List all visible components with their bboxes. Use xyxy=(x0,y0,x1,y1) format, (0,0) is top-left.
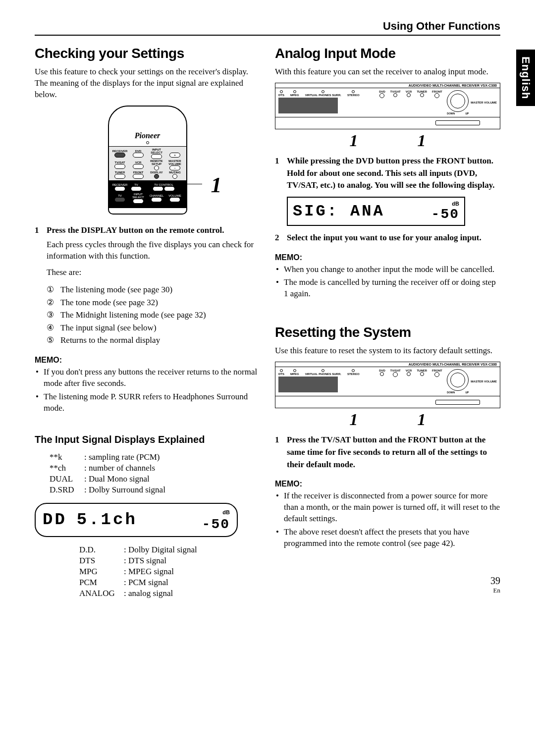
memo-label-analog: MEMO: xyxy=(275,253,500,262)
remote-label-dvd: DVD xyxy=(135,150,142,153)
left-column: Checking your Settings Use this feature … xyxy=(35,46,260,599)
memo-list-analog: When you change to another input the mod… xyxy=(275,264,500,300)
page-number: 39 En xyxy=(490,575,500,594)
receiver-callouts-reset: 1 1 xyxy=(275,410,500,429)
remote-brand: Pioneer xyxy=(109,131,186,140)
remote-label-tv-control: TV CONTROL xyxy=(154,183,173,186)
remote-label-front: FRONT xyxy=(133,171,144,174)
memo-label-reset: MEMO: xyxy=(275,480,500,488)
remote-label-receiver: RECEIVER xyxy=(112,150,128,153)
remote-label-receiver2: RECEIVER xyxy=(112,183,128,186)
remote-callout-1: 1 xyxy=(211,172,222,198)
remote-label-tv: TV xyxy=(134,183,138,186)
display-box: DD 5.1ch dB -50 xyxy=(35,503,238,537)
remote-label-remote-setup: REMOTE SETUP xyxy=(150,160,163,165)
remote-label-tuner: TUNER xyxy=(115,171,125,174)
remote-label-display: DISPLAY xyxy=(150,171,162,174)
page-header: Using Other Functions xyxy=(35,20,500,36)
memo-label-checking: MEMO: xyxy=(35,356,260,365)
step-1-checking: 1 Press the DISPLAY button on the remote… xyxy=(35,224,260,237)
section-title-reset: Resetting the System xyxy=(275,324,500,340)
remote-label-channel: CHANNEL xyxy=(150,194,164,197)
receiver-figure-analog: AUDIO/VIDEO MULTI-CHANNEL RECEIVER VSX-C… xyxy=(275,83,500,129)
language-tab: English xyxy=(516,50,535,106)
step-1-body: Each press cycles through the five displ… xyxy=(47,239,260,262)
remote-label-vcr: VCR xyxy=(135,161,142,164)
intro-checking: Use this feature to check your settings … xyxy=(35,66,260,101)
remote-label-tvsat: TV/SAT xyxy=(115,161,125,164)
receiver-callouts-analog: 1 1 xyxy=(275,131,500,150)
remote-figure: Pioneer RECEIVER DVD INPUT SELECT ＋ TV/S… xyxy=(98,106,197,215)
step-1-analog: 1 While pressing the DVD button press th… xyxy=(275,155,500,192)
subheading-input-signal: The Input Signal Displays Explained xyxy=(35,434,260,445)
intro-reset: Use this feature to reset the system to … xyxy=(275,345,500,357)
intro-analog: With this feature you can set the receiv… xyxy=(275,66,500,78)
right-column: Analog Input Mode With this feature you … xyxy=(275,46,500,599)
step-1-lead: These are: xyxy=(47,267,260,278)
sig-display: SIG: ANA dB -50 xyxy=(287,197,465,226)
memo-list-reset: If the receiver is disconnected from a p… xyxy=(275,490,500,549)
section-title-checking: Checking your Settings xyxy=(35,46,260,61)
display-cycle-list: ①The listening mode (see page 30) ②The t… xyxy=(47,283,260,347)
remote-label-input-select2: INPUT SELECT xyxy=(132,193,144,199)
step-1-reset: 1 Press the TV/SAT button and the FRONT … xyxy=(275,434,500,471)
remote-label-tv2: TV xyxy=(118,194,122,197)
receiver-figure-reset: AUDIO/VIDEO MULTI-CHANNEL RECEIVER VSX-C… xyxy=(275,362,500,408)
remote-label-muting: MUTING xyxy=(169,171,181,174)
upper-legend: **k: sampling rate (PCM) **ch: number of… xyxy=(50,452,260,495)
step-2-analog: 2 Select the input you want to use for y… xyxy=(275,232,500,244)
memo-list-checking: If you don't press any buttons the recei… xyxy=(35,367,260,414)
remote-label-volume: VOLUME xyxy=(168,194,181,197)
lower-legend: D.D.: Dolby Digital signal DTS: DTS sign… xyxy=(79,545,260,598)
section-title-analog: Analog Input Mode xyxy=(275,46,500,61)
remote-label-master-volume: MASTER VOLUME xyxy=(168,160,181,165)
remote-label-input-select: INPUT SELECT xyxy=(151,148,162,154)
